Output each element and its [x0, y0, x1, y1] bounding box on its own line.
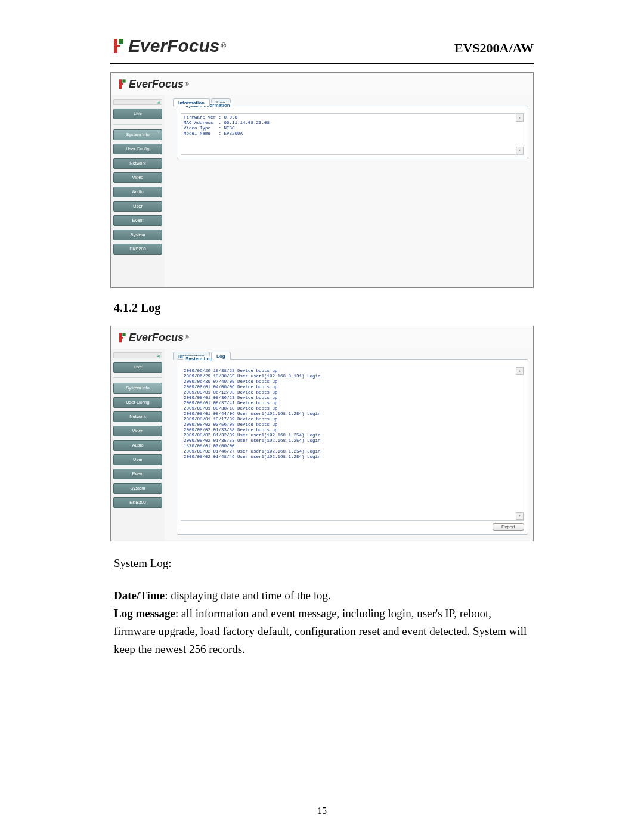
sidebar-item-system[interactable]: System — [113, 230, 162, 240]
sidebar-item-event[interactable]: Event — [113, 469, 162, 479]
date-time-label: Date/Time — [114, 589, 165, 602]
document-page: EverFocus ® EVS200A/AW EverFocus ® ◀ Liv… — [0, 0, 644, 833]
sidebar-item-video[interactable]: Video — [113, 426, 162, 436]
registered-icon: ® — [221, 42, 226, 50]
app-top-bar: EverFocus ® — [111, 326, 533, 349]
everfocus-icon — [117, 79, 126, 89]
registered-icon: ® — [185, 81, 189, 87]
svg-rect-1 — [122, 79, 125, 82]
system-info-panel: System Information Firmware Ver : 0.0.8 … — [177, 106, 528, 159]
sidebar-collapse-icon[interactable]: ◀ — [113, 99, 162, 105]
sidebar-item-system[interactable]: System — [113, 483, 162, 494]
log-message-text: : all information and event message, inc… — [114, 607, 527, 655]
model-name: EVS200A/AW — [454, 41, 534, 56]
tab-bar: Information Log — [173, 351, 528, 359]
sidebar: ◀ Live System Info User Config Network V… — [111, 349, 165, 541]
sidebar-item-live[interactable]: Live — [113, 362, 162, 373]
everfocus-logo: EverFocus ® — [110, 36, 226, 56]
sidebar-item-audio[interactable]: Audio — [113, 187, 162, 197]
section-heading: 4.1.2 Log — [114, 301, 534, 315]
log-message-label: Log message — [114, 607, 175, 620]
system-info-textarea[interactable]: Firmware Ver : 0.0.8 MAC Address : 00:11… — [181, 113, 524, 155]
everfocus-icon — [110, 38, 125, 54]
system-log-label: System Log: — [114, 557, 172, 569]
svg-rect-2 — [122, 333, 125, 336]
export-button[interactable]: Export — [493, 523, 524, 531]
header-rule — [110, 63, 534, 64]
sidebar-item-audio[interactable]: Audio — [113, 440, 162, 451]
sidebar-item-user-config[interactable]: User Config — [113, 397, 162, 408]
system-log-panel: System Log 2009/06/29 18/38/28 Device bo… — [177, 359, 528, 535]
panel-legend: System Log — [183, 356, 215, 361]
app-top-bar: EverFocus ® — [111, 73, 533, 95]
svg-rect-0 — [119, 39, 123, 44]
page-header: EverFocus ® EVS200A/AW — [110, 36, 534, 56]
sidebar-item-live[interactable]: Live — [113, 109, 162, 119]
scroll-up-icon[interactable]: ▴ — [516, 114, 524, 122]
sidebar-item-system-info[interactable]: System Info — [113, 129, 162, 140]
brand-text: EverFocus — [128, 36, 219, 56]
scroll-down-icon[interactable]: ▾ — [516, 512, 524, 520]
sidebar-item-user[interactable]: User — [113, 454, 162, 465]
sidebar-item-user[interactable]: User — [113, 201, 162, 212]
sidebar-item-video[interactable]: Video — [113, 172, 162, 183]
sidebar-item-event[interactable]: Event — [113, 215, 162, 226]
system-log-textarea[interactable]: 2009/06/29 18/38/28 Device boots up 2009… — [181, 367, 524, 521]
page-number: 15 — [0, 806, 644, 816]
sidebar-item-user-config[interactable]: User Config — [113, 144, 162, 154]
scroll-down-icon[interactable]: ▾ — [516, 147, 524, 154]
sidebar-item-ekb200[interactable]: EKB200 — [113, 244, 162, 255]
sidebar-collapse-icon[interactable]: ◀ — [113, 352, 162, 358]
scroll-up-icon[interactable]: ▴ — [516, 367, 524, 375]
screenshot-system-info: EverFocus ® ◀ Live System Info User Conf… — [110, 72, 534, 288]
content-area: Information Log System Log 2009/06/29 18… — [165, 349, 533, 541]
sidebar-item-system-info[interactable]: System Info — [113, 383, 162, 394]
date-time-text: : displaying date and time of the log. — [165, 589, 331, 602]
sidebar-item-network[interactable]: Network — [113, 411, 162, 422]
everfocus-logo-small: EverFocus ® — [117, 332, 189, 344]
sidebar-item-network[interactable]: Network — [113, 158, 162, 169]
sidebar: ◀ Live System Info User Config Network V… — [111, 95, 165, 287]
body-text: System Log: Date/Time: displaying date a… — [114, 555, 534, 658]
screenshot-system-log: EverFocus ® ◀ Live System Info User Conf… — [110, 326, 534, 541]
button-row: Export — [181, 523, 524, 531]
registered-icon: ® — [185, 335, 189, 340]
sidebar-item-ekb200[interactable]: EKB200 — [113, 497, 162, 508]
everfocus-logo-small: EverFocus ® — [117, 78, 189, 91]
content-area: Information Log System Information Firmw… — [165, 95, 533, 287]
tab-information[interactable]: Information — [173, 98, 210, 106]
tab-log[interactable]: Log — [211, 352, 231, 360]
everfocus-icon — [117, 332, 126, 343]
